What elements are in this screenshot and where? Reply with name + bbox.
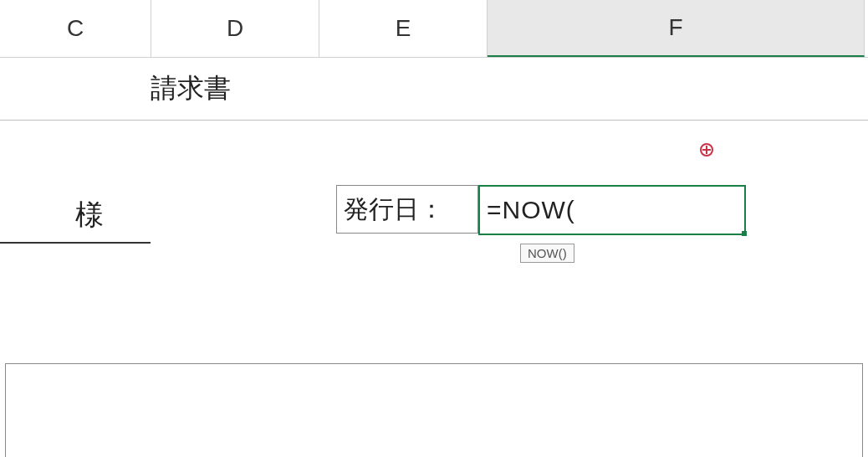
recipient-suffix: 様 xyxy=(75,196,104,234)
column-header-f[interactable]: F xyxy=(488,0,865,57)
column-header-c[interactable]: C xyxy=(0,0,151,57)
merged-cell-box[interactable] xyxy=(5,363,863,457)
recipient-underline xyxy=(0,242,151,244)
active-cell-formula-input[interactable]: =NOW( xyxy=(478,185,746,235)
divider xyxy=(0,120,868,121)
invoice-title: 請求書 xyxy=(151,70,231,107)
formula-tooltip[interactable]: NOW() xyxy=(520,244,574,263)
column-header-d[interactable]: D xyxy=(151,0,319,57)
issue-date-label-cell[interactable]: 発行日： xyxy=(336,185,478,234)
column-header-row: C D E F xyxy=(0,0,868,58)
column-header-e[interactable]: E xyxy=(319,0,488,57)
plus-cursor-icon xyxy=(699,142,714,157)
